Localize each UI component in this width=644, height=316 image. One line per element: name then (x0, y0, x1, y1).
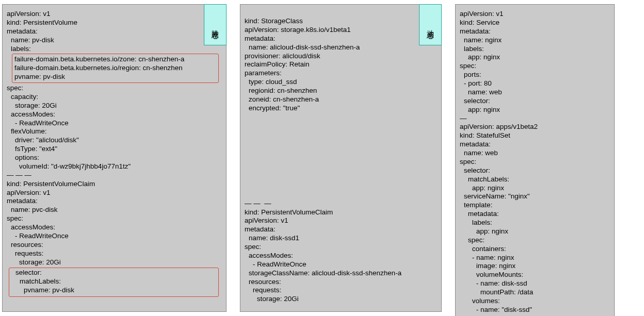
yaml-line: matchLabels: (11, 277, 216, 286)
yaml-line: name: pvc-disk (7, 206, 221, 214)
yaml-line: accessModes: (7, 110, 221, 119)
yaml-separator: — — — (245, 199, 436, 208)
yaml-line: app: nginx (460, 184, 609, 193)
static-volume-panel: 静态卷 apiVersion: v1 kind: PersistentVolum… (2, 4, 227, 312)
yaml-line: kind: StatefulSet (460, 131, 609, 140)
yaml-line: serviceName: "nginx" (460, 192, 609, 201)
yaml-line: metadata: (460, 210, 609, 219)
yaml-line: spec: (460, 236, 609, 245)
yaml-line: app: nginx (460, 53, 609, 62)
yaml-line: resources: (7, 241, 221, 250)
yaml-line: - name: nginx (460, 254, 609, 262)
yaml-line: regionid: cn-shenzhen (245, 87, 436, 95)
yaml-line: zoneid: cn-shenzhen-a (245, 95, 436, 104)
yaml-line: kind: PersistentVolume (7, 19, 221, 27)
dynamic-volume-panel: 动态卷 kind: StorageClass apiVersion: stora… (240, 4, 442, 312)
yaml-line: selector: (11, 269, 216, 277)
yaml-line: metadata: (460, 140, 609, 149)
yaml-line: storage: 20Gi (245, 295, 436, 304)
yaml-line: spec: (7, 84, 221, 93)
labels-highlight-box: failure-domain.beta.kubernetes.io/zone: … (12, 54, 219, 83)
yaml-line: fsType: "ext4" (7, 145, 221, 154)
yaml-separator: — — — (7, 171, 221, 180)
yaml-line: spec: (7, 214, 221, 223)
selector-highlight-box: selector: matchLabels: pvname: pv-disk (9, 268, 219, 297)
yaml-line: name: web (460, 149, 609, 158)
yaml-separator: — (460, 114, 609, 123)
yaml-line: apiVersion: v1 (245, 217, 436, 225)
yaml-line: kind: Service (460, 19, 609, 27)
yaml-line: metadata: (7, 197, 221, 206)
yaml-line: flexVolume: (7, 127, 221, 136)
yaml-line: selector: (460, 97, 609, 106)
yaml-line: resources: (245, 278, 436, 287)
yaml-line: kind: PersistentVolumeClaim (7, 180, 221, 189)
yaml-line: type: cloud_ssd (245, 78, 436, 87)
yaml-line: apiVersion: v1 (7, 10, 221, 19)
yaml-line: image: nginx (460, 262, 609, 271)
yaml-line: failure-domain.beta.kubernetes.io/zone: … (14, 55, 216, 64)
yaml-line: name: disk-ssd1 (245, 234, 436, 243)
yaml-line: - ReadWriteOnce (245, 260, 436, 269)
dynamic-badge: 动态卷 (419, 4, 442, 45)
yaml-line: pvname: pv-disk (11, 286, 216, 295)
yaml-line: name: alicloud-disk-ssd-shenzhen-a (245, 43, 436, 52)
yaml-line: accessModes: (7, 223, 221, 232)
yaml-line: requests: (245, 286, 436, 295)
yaml-line: apiVersion: storage.k8s.io/v1beta1 (245, 26, 436, 35)
yaml-line: mountPath: /data (460, 288, 609, 297)
yaml-line: ports: (460, 71, 609, 79)
yaml-line: storageClassName: alicloud-disk-ssd-shen… (245, 269, 436, 278)
yaml-line: failure-domain.beta.kubernetes.io/region… (14, 64, 216, 73)
yaml-line: apiVersion: v1 (460, 10, 609, 19)
yaml-line: driver: "alicloud/disk" (7, 136, 221, 145)
yaml-line: storage: 20Gi (7, 258, 221, 267)
yaml-line: - ReadWriteOnce (7, 119, 221, 128)
yaml-line: options: (7, 154, 221, 162)
yaml-line: - port: 80 (460, 79, 609, 88)
yaml-line: kind: StorageClass (245, 17, 436, 26)
yaml-line: app: nginx (460, 106, 609, 114)
yaml-line: apiVersion: v1 (7, 189, 221, 197)
yaml-line: - ReadWriteOnce (7, 232, 221, 241)
yaml-line: name: web (460, 88, 609, 97)
yaml-line: labels: (460, 219, 609, 227)
yaml-line: storage: 20Gi (7, 102, 221, 110)
yaml-line: labels: (460, 45, 609, 54)
static-badge: 静态卷 (204, 4, 227, 45)
yaml-line: - name: "disk-ssd" (460, 306, 609, 314)
yaml-line: parameters: (245, 69, 436, 78)
yaml-line: containers: (460, 245, 609, 254)
yaml-line: - name: disk-ssd (460, 279, 609, 288)
yaml-line: volumeMounts: (460, 271, 609, 279)
yaml-line: app: nginx (460, 227, 609, 236)
yaml-line: volumeId: "d-wz9bkj7jhbb4jo77n1tz" (7, 162, 221, 171)
yaml-line: encrypted: "true" (245, 104, 436, 113)
yaml-line: reclaimPolicy: Retain (245, 60, 436, 69)
yaml-line: spec: (460, 62, 609, 71)
yaml-line: persistentVolumeClaim: (460, 314, 609, 316)
yaml-line: metadata: (7, 27, 221, 36)
yaml-line: selector: (460, 167, 609, 175)
yaml-line: matchLabels: (460, 175, 609, 184)
yaml-line: metadata: (460, 27, 609, 36)
yaml-line: requests: (7, 250, 221, 258)
yaml-line: template: (460, 201, 609, 210)
yaml-line: name: nginx (460, 36, 609, 45)
yaml-line: metadata: (245, 35, 436, 43)
yaml-line: metadata: (245, 225, 436, 234)
yaml-line: accessModes: (245, 252, 436, 260)
yaml-line: name: pv-disk (7, 36, 221, 45)
yaml-line: labels: (7, 45, 221, 54)
yaml-line: pvname: pv-disk (14, 73, 216, 81)
yaml-line: kind: PersistentVolumeClaim (245, 208, 436, 217)
yaml-line: spec: (245, 243, 436, 252)
yaml-line: capacity: (7, 93, 221, 102)
yaml-line: provisioner: alicloud/disk (245, 52, 436, 61)
yaml-line: spec: (460, 158, 609, 167)
yaml-line: apiVersion: apps/v1beta2 (460, 123, 609, 131)
service-statefulset-panel: apiVersion: v1 kind: Service metadata: n… (455, 4, 615, 316)
yaml-line: volumes: (460, 297, 609, 306)
